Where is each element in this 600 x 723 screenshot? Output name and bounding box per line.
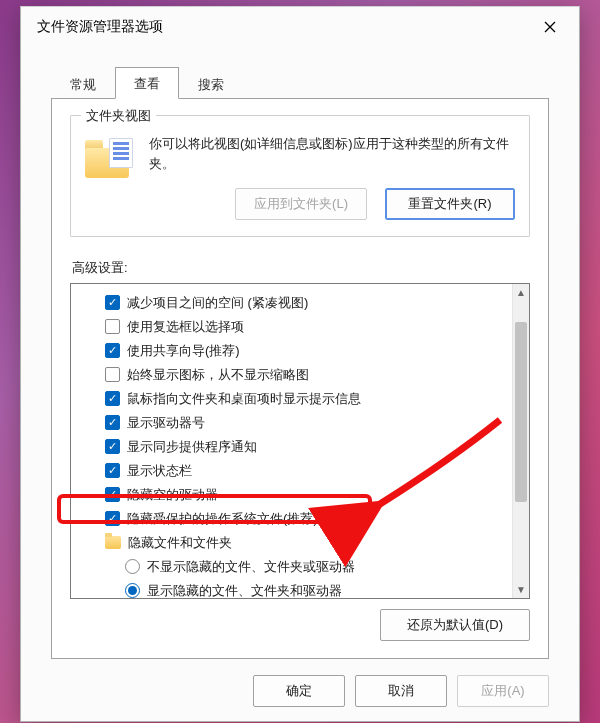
apply-to-folders-button[interactable]: 应用到文件夹(L) <box>235 188 367 220</box>
advanced-settings-list[interactable]: 减少项目之间的空间 (紧凑视图)使用复选框以选择项使用共享向导(推荐)始终显示图… <box>71 284 512 598</box>
advanced-item[interactable]: 鼠标指向文件夹和桌面项时显示提示信息 <box>79 386 512 410</box>
checkbox[interactable] <box>105 391 120 406</box>
advanced-item[interactable]: 使用共享向导(推荐) <box>79 338 512 362</box>
advanced-item-label: 使用复选框以选择项 <box>127 320 244 333</box>
folder-views-desc: 你可以将此视图(如详细信息或图标)应用于这种类型的所有文件夹。 <box>149 134 515 174</box>
advanced-item[interactable]: 始终显示图标，从不显示缩略图 <box>79 362 512 386</box>
folder-options-dialog: 文件资源管理器选项 常规 查看 搜索 文件夹视图 你可以将此视图(如详细信息或图… <box>20 6 580 722</box>
checkbox[interactable] <box>105 343 120 358</box>
scroll-down-icon[interactable]: ▼ <box>513 581 529 598</box>
checkbox[interactable] <box>105 295 120 310</box>
scroll-up-icon[interactable]: ▲ <box>513 284 529 301</box>
advanced-item-label: 不显示隐藏的文件、文件夹或驱动器 <box>147 560 355 573</box>
tab-search[interactable]: 搜索 <box>179 69 243 99</box>
fieldset-folder-views: 文件夹视图 你可以将此视图(如详细信息或图标)应用于这种类型的所有文件夹。 应用… <box>70 115 530 237</box>
advanced-item-label: 始终显示图标，从不显示缩略图 <box>127 368 309 381</box>
checkbox[interactable] <box>105 415 120 430</box>
radio[interactable] <box>125 583 140 598</box>
checkbox[interactable] <box>105 439 120 454</box>
advanced-item[interactable]: 隐藏受保护的操作系统文件(推荐) <box>79 506 512 530</box>
cancel-button[interactable]: 取消 <box>355 675 447 707</box>
checkbox[interactable] <box>105 367 120 382</box>
folder-icon <box>105 536 121 549</box>
scrollbar-thumb[interactable] <box>515 322 527 502</box>
ok-button[interactable]: 确定 <box>253 675 345 707</box>
tab-view[interactable]: 查看 <box>115 67 179 99</box>
advanced-item-label: 显示隐藏的文件、文件夹和驱动器 <box>147 584 342 597</box>
folder-views-icon <box>85 136 133 178</box>
advanced-settings-label: 高级设置: <box>72 259 530 277</box>
advanced-item-label: 显示同步提供程序通知 <box>127 440 257 453</box>
checkbox[interactable] <box>105 463 120 478</box>
radio[interactable] <box>125 559 140 574</box>
advanced-item[interactable]: 不显示隐藏的文件、文件夹或驱动器 <box>79 554 512 578</box>
advanced-item-label: 显示驱动器号 <box>127 416 205 429</box>
close-button[interactable] <box>531 13 569 41</box>
advanced-item-label: 减少项目之间的空间 (紧凑视图) <box>127 296 308 309</box>
fieldset-label: 文件夹视图 <box>81 107 156 125</box>
advanced-item[interactable]: 显示状态栏 <box>79 458 512 482</box>
checkbox[interactable] <box>105 487 120 502</box>
advanced-item[interactable]: 显示同步提供程序通知 <box>79 434 512 458</box>
advanced-item[interactable]: 显示驱动器号 <box>79 410 512 434</box>
checkbox[interactable] <box>105 319 120 334</box>
scrollbar[interactable]: ▲ ▼ <box>512 284 529 598</box>
advanced-item-label: 隐藏文件和文件夹 <box>128 536 232 549</box>
advanced-item-label: 显示状态栏 <box>127 464 192 477</box>
tab-body-view: 文件夹视图 你可以将此视图(如详细信息或图标)应用于这种类型的所有文件夹。 应用… <box>51 98 549 659</box>
dialog-title: 文件资源管理器选项 <box>37 18 163 36</box>
advanced-item-label: 使用共享向导(推荐) <box>127 344 240 357</box>
advanced-item[interactable]: 隐藏文件和文件夹 <box>79 530 512 554</box>
advanced-settings-box: 减少项目之间的空间 (紧凑视图)使用复选框以选择项使用共享向导(推荐)始终显示图… <box>70 283 530 599</box>
advanced-item-label: 隐藏空的驱动器 <box>127 488 218 501</box>
checkbox[interactable] <box>105 511 120 526</box>
advanced-item[interactable]: 显示隐藏的文件、文件夹和驱动器 <box>79 578 512 598</box>
advanced-item[interactable]: 使用复选框以选择项 <box>79 314 512 338</box>
titlebar: 文件资源管理器选项 <box>21 7 579 47</box>
advanced-item-label: 鼠标指向文件夹和桌面项时显示提示信息 <box>127 392 361 405</box>
advanced-item-label: 隐藏受保护的操作系统文件(推荐) <box>127 512 318 525</box>
advanced-item[interactable]: 隐藏空的驱动器 <box>79 482 512 506</box>
tab-general[interactable]: 常规 <box>51 69 115 99</box>
tabstrip: 常规 查看 搜索 <box>21 69 579 99</box>
close-icon <box>544 21 556 33</box>
apply-button[interactable]: 应用(A) <box>457 675 549 707</box>
reset-folders-button[interactable]: 重置文件夹(R) <box>385 188 515 220</box>
restore-defaults-button[interactable]: 还原为默认值(D) <box>380 609 530 641</box>
advanced-item[interactable]: 减少项目之间的空间 (紧凑视图) <box>79 290 512 314</box>
dialog-footer: 确定 取消 应用(A) <box>21 659 579 721</box>
